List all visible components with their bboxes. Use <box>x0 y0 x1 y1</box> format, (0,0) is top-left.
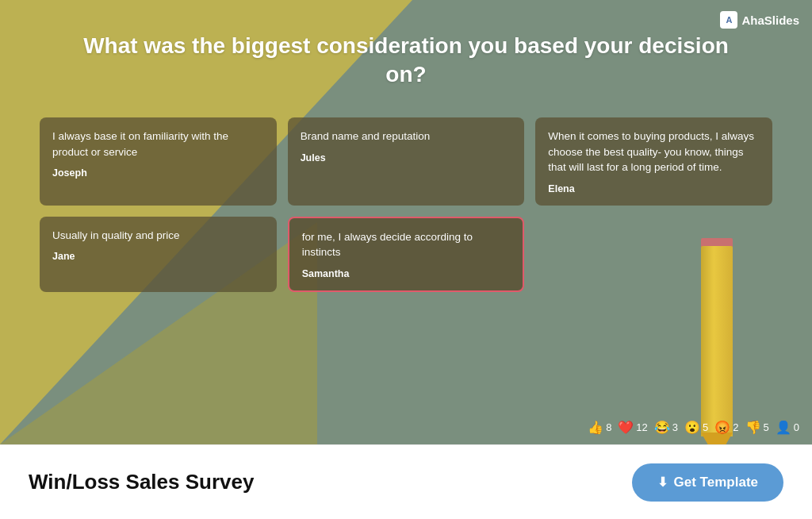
reaction-item-3: 😮5 <box>684 420 708 435</box>
card-text-card-joseph: I always base it on familiarity with the… <box>52 129 264 160</box>
slide-title: What was the biggest consideration you b… <box>0 32 812 90</box>
reaction-count-5: 5 <box>764 421 769 433</box>
logo: A AhaSlides <box>720 11 799 29</box>
reaction-item-5: 👎5 <box>745 420 769 435</box>
card-author-card-jules: Jules <box>301 152 512 163</box>
page-wrapper: A AhaSlides What was the biggest conside… <box>0 0 812 519</box>
reaction-emoji-1: ❤️ <box>618 420 634 435</box>
reaction-emoji-6: 👤 <box>776 420 791 435</box>
card-author-card-jane: Jane <box>52 251 264 262</box>
bottom-title: Win/Loss Sales Survey <box>29 470 254 494</box>
card-text-card-elena: When it comes to buying products, I alwa… <box>548 129 760 175</box>
reaction-count-3: 5 <box>703 421 708 433</box>
card-text-card-jane: Usually in quality and price <box>52 228 264 244</box>
card-author-card-elena: Elena <box>548 183 760 194</box>
logo-icon-text: A <box>726 15 732 25</box>
logo-text: AhaSlides <box>741 13 799 27</box>
card-text-card-samantha: for me, I always decide according to ins… <box>302 229 511 260</box>
reaction-count-6: 0 <box>794 421 799 433</box>
reactions-bar: 👍8❤️12😂3😮5😡2👎5👤0 <box>588 420 799 435</box>
pencil-decoration <box>701 238 733 444</box>
slide-area: A AhaSlides What was the biggest conside… <box>0 0 812 444</box>
reaction-emoji-2: 😂 <box>654 420 670 435</box>
card-author-card-samantha: Samantha <box>302 268 511 279</box>
cards-grid: I always base it on familiarity with the… <box>40 117 772 292</box>
response-card-card-jules: Brand name and reputationJules <box>288 117 525 206</box>
reaction-emoji-4: 😡 <box>714 420 730 435</box>
reaction-emoji-3: 😮 <box>684 420 700 435</box>
reaction-emoji-0: 👍 <box>588 420 603 435</box>
get-template-label: Get Template <box>674 475 758 490</box>
bottom-bar: Win/Loss Sales Survey ⬇ Get Template <box>0 444 812 519</box>
get-template-button[interactable]: ⬇ Get Template <box>632 463 783 502</box>
reaction-count-1: 12 <box>636 421 647 433</box>
response-card-card-jane: Usually in quality and priceJane <box>40 217 277 292</box>
reaction-item-2: 😂3 <box>654 420 678 435</box>
reaction-item-4: 😡2 <box>714 420 738 435</box>
reaction-count-2: 3 <box>672 421 678 433</box>
logo-icon: A <box>720 11 737 29</box>
card-text-card-jules: Brand name and reputation <box>301 129 512 144</box>
reaction-count-0: 8 <box>606 421 611 433</box>
reaction-count-4: 2 <box>733 421 738 433</box>
reaction-item-1: ❤️12 <box>618 420 647 435</box>
response-card-card-samantha: for me, I always decide according to ins… <box>288 217 525 292</box>
download-icon: ⬇ <box>657 475 668 490</box>
response-card-card-elena: When it comes to buying products, I alwa… <box>535 117 772 206</box>
reaction-emoji-5: 👎 <box>745 420 761 435</box>
reaction-item-6: 👤0 <box>776 420 799 435</box>
response-card-card-joseph: I always base it on familiarity with the… <box>40 117 277 206</box>
pencil-body <box>701 246 733 436</box>
card-author-card-joseph: Joseph <box>52 167 264 179</box>
reaction-item-0: 👍8 <box>588 420 611 435</box>
